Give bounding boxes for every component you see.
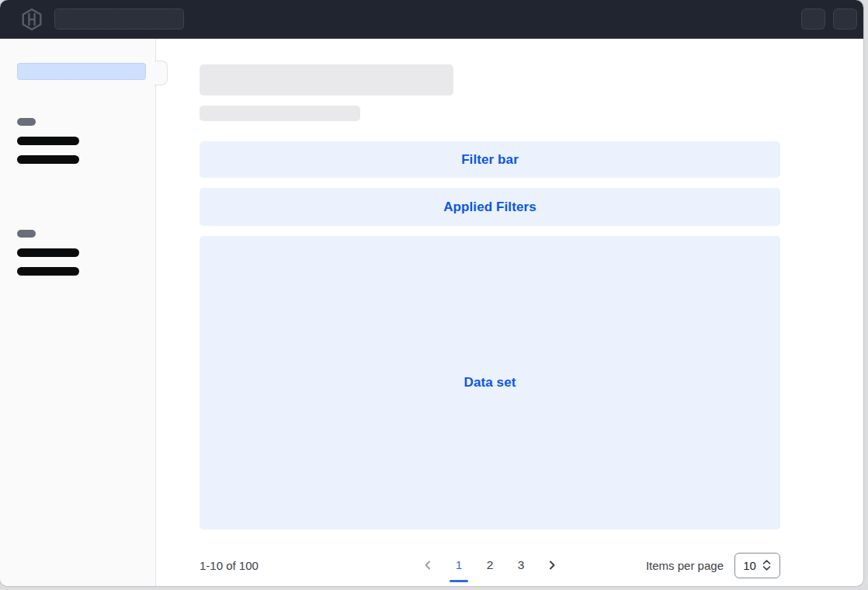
sidebar-nav-item-placeholder-4[interactable] xyxy=(17,267,79,276)
sidebar-collapse-handle[interactable] xyxy=(155,61,168,85)
chevron-right-icon[interactable] xyxy=(543,555,561,575)
app-window: Filter bar Applied Filters Data set 1-10… xyxy=(0,0,863,586)
sidebar-section-title-placeholder-1 xyxy=(17,118,36,126)
hashicorp-logo-icon xyxy=(19,6,44,32)
topbar-action-placeholder-1[interactable] xyxy=(801,9,825,30)
sidebar-navigation xyxy=(0,39,156,586)
filter-bar-label: Filter bar xyxy=(461,152,519,168)
page-title-placeholder xyxy=(200,64,453,95)
chevron-left-icon[interactable] xyxy=(418,555,437,575)
sidebar-nav-item-placeholder-1[interactable] xyxy=(17,137,79,145)
search-input-placeholder[interactable] xyxy=(54,9,184,30)
pagination-page-2[interactable]: 2 xyxy=(481,555,499,575)
items-per-page-group: Items per page 10 xyxy=(646,553,780,578)
applied-filters-region: Applied Filters xyxy=(200,188,780,226)
sidebar-section-title-placeholder-2 xyxy=(17,230,36,238)
pagination-pages: 1 2 3 xyxy=(418,555,561,575)
sidebar-active-item-placeholder[interactable] xyxy=(17,63,146,80)
top-navigation-bar xyxy=(0,0,863,39)
sidebar-nav-item-placeholder-3[interactable] xyxy=(17,248,79,257)
data-set-label: Data set xyxy=(464,375,516,390)
items-per-page-select[interactable]: 10 xyxy=(734,553,780,578)
data-set-region: Data set xyxy=(200,236,780,529)
applied-filters-label: Applied Filters xyxy=(443,200,536,215)
items-per-page-label: Items per page xyxy=(646,559,724,572)
page-subtitle-placeholder xyxy=(200,106,360,121)
items-per-page-value: 10 xyxy=(743,559,756,572)
main-content: Filter bar Applied Filters Data set 1-10… xyxy=(156,39,863,586)
sidebar-nav-item-placeholder-2[interactable] xyxy=(17,155,79,164)
unfold-chevrons-icon xyxy=(762,559,772,571)
pagination-page-1[interactable]: 1 xyxy=(450,555,468,575)
topbar-action-placeholder-2[interactable] xyxy=(833,9,857,30)
pagination-page-3[interactable]: 3 xyxy=(512,555,530,575)
filter-bar-region: Filter bar xyxy=(200,141,780,178)
pagination: 1-10 of 100 1 2 3 Items per page xyxy=(200,551,780,579)
pagination-range-text: 1-10 of 100 xyxy=(200,559,259,572)
